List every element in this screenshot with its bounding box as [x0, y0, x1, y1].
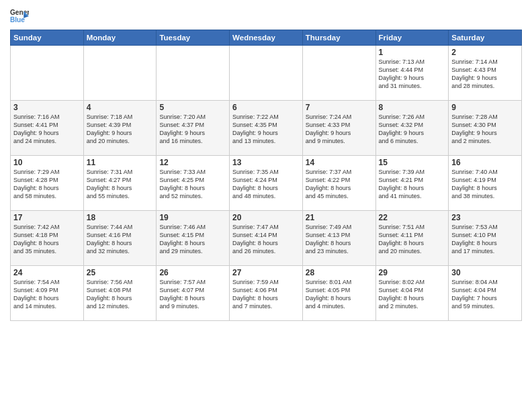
day-info: Sunrise: 7:59 AM Sunset: 4:06 PM Dayligh…: [232, 278, 300, 311]
day-cell: 6Sunrise: 7:22 AM Sunset: 4:35 PM Daylig…: [230, 101, 303, 156]
day-info: Sunrise: 7:37 AM Sunset: 4:22 PM Dayligh…: [306, 168, 373, 201]
day-number: 14: [306, 158, 373, 167]
day-number: 18: [87, 213, 154, 222]
day-cell: 30Sunrise: 8:04 AM Sunset: 4:04 PM Dayli…: [449, 266, 522, 321]
day-cell: 16Sunrise: 7:40 AM Sunset: 4:19 PM Dayli…: [449, 156, 522, 211]
day-info: Sunrise: 7:54 AM Sunset: 4:09 PM Dayligh…: [13, 278, 81, 311]
day-cell: 9Sunrise: 7:28 AM Sunset: 4:30 PM Daylig…: [449, 101, 522, 156]
day-cell: 15Sunrise: 7:39 AM Sunset: 4:21 PM Dayli…: [375, 156, 449, 211]
day-info: Sunrise: 8:01 AM Sunset: 4:05 PM Dayligh…: [306, 278, 373, 311]
day-info: Sunrise: 7:39 AM Sunset: 4:21 PM Dayligh…: [379, 168, 446, 201]
day-number: 24: [13, 268, 81, 277]
day-cell: 8Sunrise: 7:26 AM Sunset: 4:32 PM Daylig…: [375, 101, 449, 156]
day-number: 15: [379, 158, 446, 167]
day-cell: 2Sunrise: 7:14 AM Sunset: 4:43 PM Daylig…: [449, 46, 522, 101]
svg-text:Blue: Blue: [10, 16, 25, 24]
day-info: Sunrise: 7:20 AM Sunset: 4:37 PM Dayligh…: [159, 113, 226, 146]
day-info: Sunrise: 8:02 AM Sunset: 4:04 PM Dayligh…: [379, 278, 446, 311]
day-info: Sunrise: 7:26 AM Sunset: 4:32 PM Dayligh…: [379, 113, 446, 146]
logo-icon: General Blue: [10, 7, 29, 26]
week-row-2: 3Sunrise: 7:16 AM Sunset: 4:41 PM Daylig…: [11, 101, 522, 156]
day-number: 6: [232, 103, 300, 112]
day-info: Sunrise: 7:29 AM Sunset: 4:28 PM Dayligh…: [13, 168, 81, 201]
calendar-table: SundayMondayTuesdayWednesdayThursdayFrid…: [10, 30, 522, 321]
day-cell: 12Sunrise: 7:33 AM Sunset: 4:25 PM Dayli…: [157, 156, 230, 211]
week-row-5: 24Sunrise: 7:54 AM Sunset: 4:09 PM Dayli…: [11, 266, 522, 321]
day-cell: 13Sunrise: 7:35 AM Sunset: 4:24 PM Dayli…: [230, 156, 303, 211]
day-info: Sunrise: 7:47 AM Sunset: 4:14 PM Dayligh…: [232, 223, 300, 256]
day-cell: 4Sunrise: 7:18 AM Sunset: 4:39 PM Daylig…: [83, 101, 157, 156]
header-cell-thursday: Thursday: [302, 30, 375, 46]
header-cell-sunday: Sunday: [11, 30, 84, 46]
week-row-3: 10Sunrise: 7:29 AM Sunset: 4:28 PM Dayli…: [11, 156, 522, 211]
day-number: 30: [451, 268, 519, 277]
day-cell: 7Sunrise: 7:24 AM Sunset: 4:33 PM Daylig…: [302, 101, 375, 156]
day-cell: 10Sunrise: 7:29 AM Sunset: 4:28 PM Dayli…: [11, 156, 84, 211]
header-cell-monday: Monday: [83, 30, 157, 46]
day-info: Sunrise: 7:57 AM Sunset: 4:07 PM Dayligh…: [159, 278, 226, 311]
day-cell: 23Sunrise: 7:53 AM Sunset: 4:10 PM Dayli…: [449, 211, 522, 266]
day-number: 4: [87, 103, 154, 112]
day-number: 1: [379, 48, 446, 57]
day-number: 5: [159, 103, 226, 112]
day-number: 26: [159, 268, 226, 277]
day-number: 3: [13, 103, 81, 112]
day-cell: 28Sunrise: 8:01 AM Sunset: 4:05 PM Dayli…: [302, 266, 375, 321]
week-row-4: 17Sunrise: 7:42 AM Sunset: 4:18 PM Dayli…: [11, 211, 522, 266]
day-info: Sunrise: 7:28 AM Sunset: 4:30 PM Dayligh…: [451, 113, 519, 146]
day-number: 10: [13, 158, 81, 167]
day-info: Sunrise: 7:56 AM Sunset: 4:08 PM Dayligh…: [87, 278, 154, 311]
day-info: Sunrise: 7:35 AM Sunset: 4:24 PM Dayligh…: [232, 168, 300, 201]
day-number: 21: [306, 213, 373, 222]
day-cell: [157, 46, 230, 101]
header-cell-saturday: Saturday: [449, 30, 522, 46]
day-info: Sunrise: 7:40 AM Sunset: 4:19 PM Dayligh…: [451, 168, 519, 201]
day-number: 20: [232, 213, 300, 222]
day-number: 23: [451, 213, 519, 222]
day-cell: 5Sunrise: 7:20 AM Sunset: 4:37 PM Daylig…: [157, 101, 230, 156]
day-cell: 24Sunrise: 7:54 AM Sunset: 4:09 PM Dayli…: [11, 266, 84, 321]
day-info: Sunrise: 7:46 AM Sunset: 4:15 PM Dayligh…: [159, 223, 226, 256]
header-cell-tuesday: Tuesday: [157, 30, 230, 46]
day-cell: 25Sunrise: 7:56 AM Sunset: 4:08 PM Dayli…: [83, 266, 157, 321]
day-cell: 18Sunrise: 7:44 AM Sunset: 4:16 PM Dayli…: [83, 211, 157, 266]
day-number: 7: [306, 103, 373, 112]
header-cell-wednesday: Wednesday: [230, 30, 303, 46]
day-number: 13: [232, 158, 300, 167]
day-info: Sunrise: 7:16 AM Sunset: 4:41 PM Dayligh…: [13, 113, 81, 146]
day-cell: 19Sunrise: 7:46 AM Sunset: 4:15 PM Dayli…: [157, 211, 230, 266]
header-cell-friday: Friday: [375, 30, 449, 46]
day-info: Sunrise: 7:22 AM Sunset: 4:35 PM Dayligh…: [232, 113, 300, 146]
day-number: 9: [451, 103, 519, 112]
day-cell: 17Sunrise: 7:42 AM Sunset: 4:18 PM Dayli…: [11, 211, 84, 266]
day-number: 17: [13, 213, 81, 222]
calendar-container: General Blue SundayMondayTuesdayWednesda…: [0, 0, 532, 324]
day-number: 8: [379, 103, 446, 112]
day-info: Sunrise: 7:24 AM Sunset: 4:33 PM Dayligh…: [306, 113, 373, 146]
day-info: Sunrise: 7:44 AM Sunset: 4:16 PM Dayligh…: [87, 223, 154, 256]
day-info: Sunrise: 7:49 AM Sunset: 4:13 PM Dayligh…: [306, 223, 373, 256]
day-cell: 22Sunrise: 7:51 AM Sunset: 4:11 PM Dayli…: [375, 211, 449, 266]
day-number: 29: [379, 268, 446, 277]
day-cell: 20Sunrise: 7:47 AM Sunset: 4:14 PM Dayli…: [230, 211, 303, 266]
day-number: 22: [379, 213, 446, 222]
day-cell: 11Sunrise: 7:31 AM Sunset: 4:27 PM Dayli…: [83, 156, 157, 211]
day-number: 2: [451, 48, 519, 57]
day-cell: 14Sunrise: 7:37 AM Sunset: 4:22 PM Dayli…: [302, 156, 375, 211]
day-number: 16: [451, 158, 519, 167]
calendar-body: 1Sunrise: 7:13 AM Sunset: 4:44 PM Daylig…: [11, 46, 522, 321]
day-info: Sunrise: 7:13 AM Sunset: 4:44 PM Dayligh…: [379, 58, 446, 91]
day-cell: [11, 46, 84, 101]
header: General Blue: [10, 7, 522, 26]
day-cell: 3Sunrise: 7:16 AM Sunset: 4:41 PM Daylig…: [11, 101, 84, 156]
day-cell: 26Sunrise: 7:57 AM Sunset: 4:07 PM Dayli…: [157, 266, 230, 321]
day-number: 12: [159, 158, 226, 167]
day-info: Sunrise: 8:04 AM Sunset: 4:04 PM Dayligh…: [451, 278, 519, 311]
day-number: 19: [159, 213, 226, 222]
day-info: Sunrise: 7:33 AM Sunset: 4:25 PM Dayligh…: [159, 168, 226, 201]
day-info: Sunrise: 7:53 AM Sunset: 4:10 PM Dayligh…: [451, 223, 519, 256]
day-cell: 27Sunrise: 7:59 AM Sunset: 4:06 PM Dayli…: [230, 266, 303, 321]
day-number: 27: [232, 268, 300, 277]
day-info: Sunrise: 7:18 AM Sunset: 4:39 PM Dayligh…: [87, 113, 154, 146]
day-cell: 21Sunrise: 7:49 AM Sunset: 4:13 PM Dayli…: [302, 211, 375, 266]
